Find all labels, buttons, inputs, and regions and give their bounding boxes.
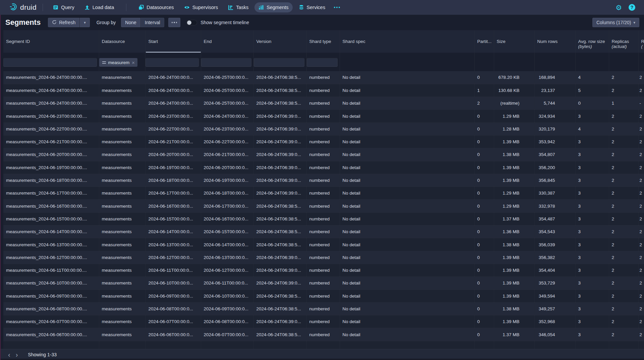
cell-ds: measurements: [99, 315, 145, 328]
cell-stype: numbered: [306, 174, 340, 187]
table-row[interactable]: measurements_2024-06-10T00:00:00....meas…: [3, 277, 644, 290]
end-filter-input[interactable]: [201, 58, 251, 67]
col-header-datasource[interactable]: Datasource: [99, 30, 145, 53]
table-row[interactable]: measurements_2024-06-21T00:00:00....meas…: [3, 135, 644, 148]
cell-ds: measurements: [99, 161, 145, 174]
cell-rep: 2: [609, 84, 638, 97]
table-row[interactable]: measurements_2024-06-19T00:00:00....meas…: [3, 161, 644, 174]
col-header-partition[interactable]: Partit...: [474, 30, 494, 53]
table-row[interactable]: measurements_2024-06-20T00:00:00....meas…: [3, 148, 644, 161]
datasource-filter-chip[interactable]: measurem ×: [99, 58, 138, 67]
cell-id: measurements_2024-06-21T00:00:00....: [3, 135, 99, 148]
col-header-replication-factor[interactable]: R(: [638, 30, 644, 53]
segments-icon: [258, 5, 264, 10]
shard-type-filter-input[interactable]: [307, 58, 338, 67]
table-row[interactable]: measurements_2024-06-24T00:00:00....meas…: [3, 84, 644, 97]
table-row[interactable]: measurements_2024-06-12T00:00:00....meas…: [3, 251, 644, 264]
remove-filter-icon[interactable]: ×: [132, 60, 135, 65]
table-row[interactable]: measurements_2024-06-23T00:00:00....meas…: [3, 110, 644, 122]
col-header-end[interactable]: End: [201, 30, 253, 53]
table-row[interactable]: measurements_2024-06-13T00:00:00....meas…: [3, 238, 644, 251]
col-header-shard-spec[interactable]: Shard spec: [340, 30, 474, 53]
nav-item-segments[interactable]: Segments: [254, 2, 292, 12]
table-row[interactable]: measurements_2024-06-18T00:00:00....meas…: [3, 174, 644, 187]
cell-ver: 2024-06-24T06:39:0...: [253, 251, 306, 264]
cell-rows: 356,382: [534, 251, 575, 264]
refresh-button[interactable]: Refresh: [48, 18, 79, 27]
gear-icon[interactable]: ⚙: [616, 4, 622, 11]
cell-sspec: No detail: [340, 315, 474, 328]
col-header-version[interactable]: Version: [253, 30, 306, 53]
table-row[interactable]: measurements_2024-06-11T00:00:00....meas…: [3, 264, 644, 276]
table-row[interactable]: measurements_2024-06-07T00:00:00....meas…: [3, 315, 644, 328]
table-row[interactable]: measurements_2024-06-24T00:00:00....meas…: [3, 71, 644, 84]
cell-ds: measurements: [99, 302, 145, 315]
cell-size: 1.38 MB: [494, 302, 534, 315]
cell-stype: numbered: [306, 122, 340, 135]
nav-item-load-data[interactable]: Load data: [80, 2, 118, 12]
cell-ver: 2024-06-24T06:38:5...: [253, 290, 306, 302]
cell-part: 0: [474, 315, 494, 328]
col-header-num-rows[interactable]: Num rows: [534, 30, 575, 53]
col-header-avg-row-size[interactable]: Avg. row size(bytes): [575, 30, 609, 53]
cell-id: measurements_2024-06-08T00:00:00....: [3, 302, 99, 315]
brand-wordmark: druid: [20, 3, 37, 11]
tasks-icon: [228, 5, 233, 10]
table-row[interactable]: measurements_2024-06-15T00:00:00....meas…: [3, 212, 644, 225]
next-page-button[interactable]: ›: [13, 351, 21, 358]
nav-item-services[interactable]: Services: [295, 2, 330, 12]
cell-sspec: No detail: [340, 277, 474, 290]
cell-stype: numbered: [306, 200, 340, 212]
cell-stype: numbered: [306, 328, 340, 341]
cell-rf: 2: [638, 122, 644, 135]
cell-ds: measurements: [99, 277, 145, 290]
cell-rf: 2: [638, 135, 644, 148]
group-by-none-button[interactable]: None: [121, 18, 140, 27]
col-header-replicas[interactable]: Replicas(actual): [609, 30, 638, 53]
nav-item-supervisors[interactable]: Supervisors: [180, 2, 222, 12]
cell-avg: 3: [575, 225, 609, 238]
nav-more-icon[interactable]: [331, 7, 343, 8]
table-row[interactable]: measurements_2024-06-17T00:00:00....meas…: [3, 187, 644, 200]
version-filter-input[interactable]: [254, 58, 304, 67]
refresh-dropdown-button[interactable]: ▾: [80, 18, 90, 27]
druid-brand[interactable]: druid: [9, 3, 37, 12]
more-options-button[interactable]: [168, 18, 181, 27]
table-row[interactable]: measurements_2024-06-16T00:00:00....meas…: [3, 200, 644, 212]
cell-avg: 5: [575, 84, 609, 97]
cell-end: 2024-06-10T00:00:0...: [201, 290, 253, 302]
table-row[interactable]: measurements_2024-06-08T00:00:00....meas…: [3, 302, 644, 315]
prev-page-button[interactable]: ‹: [5, 351, 13, 358]
cell-rows: 168,894: [534, 71, 575, 84]
col-header-start[interactable]: Start: [145, 30, 201, 53]
table-body: measurements_2024-06-24T00:00:00....meas…: [3, 71, 644, 349]
start-filter-input[interactable]: [145, 58, 199, 67]
nav-item-datasources[interactable]: Datasources: [134, 2, 178, 12]
cell-id: measurements_2024-06-18T00:00:00....: [3, 174, 99, 187]
cell-stype: numbered: [306, 187, 340, 200]
cell-start: 2024-06-24T00:00:0...: [145, 71, 201, 84]
cell-part: 0: [474, 174, 494, 187]
segment-id-filter-input[interactable]: [3, 58, 97, 67]
cell-ver: 2024-06-24T06:39:0...: [253, 161, 306, 174]
col-header-size[interactable]: Size: [494, 30, 534, 53]
table-row[interactable]: measurements_2024-06-14T00:00:00....meas…: [3, 225, 644, 238]
table-row[interactable]: measurements_2024-06-09T00:00:00....meas…: [3, 290, 644, 302]
cell-start: 2024-06-10T00:00:0...: [145, 277, 201, 290]
table-row[interactable]: measurements_2024-06-22T00:00:00....meas…: [3, 122, 644, 135]
help-icon[interactable]: ?: [629, 4, 635, 11]
table-row[interactable]: measurements_2024-06-24T00:00:00....meas…: [3, 97, 644, 110]
nav-item-tasks[interactable]: Tasks: [224, 2, 252, 12]
cell-part: 0: [474, 187, 494, 200]
nav-item-query[interactable]: Query: [49, 2, 78, 12]
col-header-segment-id[interactable]: Segment ID: [3, 30, 99, 53]
cell-rows: 330,387: [534, 187, 575, 200]
cell-end: 2024-06-11T00:00:0...: [201, 277, 253, 290]
col-header-shard-type[interactable]: Shard type: [306, 30, 340, 53]
group-by-interval-button[interactable]: Interval: [141, 18, 164, 27]
cell-start: 2024-06-08T00:00:0...: [145, 302, 201, 315]
table-row[interactable]: measurements_2024-06-06T00:00:00....meas…: [3, 328, 644, 341]
columns-button[interactable]: Columns (17/20) ▾: [592, 18, 639, 27]
segment-timeline-toggle[interactable]: [186, 20, 197, 25]
cell-sspec: No detail: [340, 290, 474, 302]
